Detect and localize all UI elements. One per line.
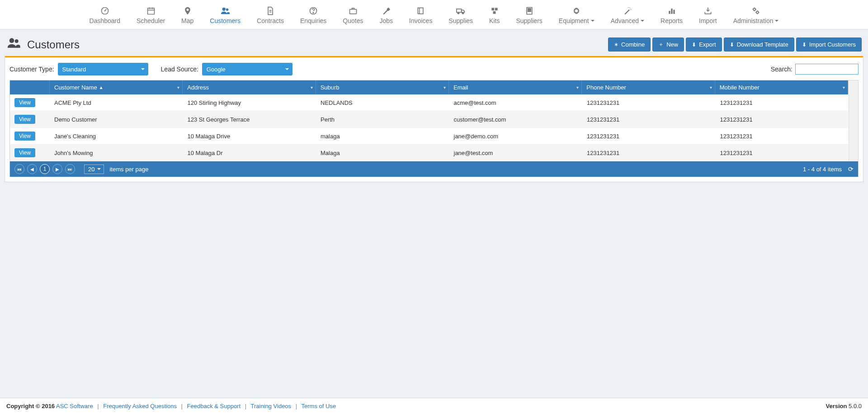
nav-customers[interactable]: Customers (202, 3, 249, 29)
scrollbar-cell[interactable] (849, 94, 858, 111)
nav-kits[interactable]: Kits (481, 3, 508, 29)
svg-point-6 (222, 8, 226, 11)
download-icon: ⬇ (692, 42, 696, 48)
pager-prev-button[interactable]: ◀ (27, 164, 37, 174)
pager-next-button[interactable]: ▶ (52, 164, 62, 174)
svg-rect-28 (669, 11, 670, 14)
new-button[interactable]: ＋New (652, 38, 684, 52)
export-button[interactable]: ⬇Export (686, 38, 722, 52)
nav-label: Enquiries (300, 17, 326, 24)
svg-rect-22 (529, 9, 531, 10)
svg-point-34 (15, 39, 19, 43)
col-action[interactable] (10, 80, 50, 94)
column-menu-icon[interactable]: ▾ (710, 85, 712, 90)
import-customers-button[interactable]: ⬇Import Customers (796, 38, 862, 52)
svg-point-15 (458, 12, 459, 14)
action-buttons: ✶Combine ＋New ⬇Export ⬇Download Template… (608, 38, 862, 52)
svg-point-32 (756, 11, 759, 14)
nav-supplies[interactable]: Supplies (440, 3, 481, 29)
svg-point-33 (9, 38, 14, 43)
nav-label: Quotes (343, 17, 363, 24)
col-label: Email (453, 84, 468, 91)
nav-dashboard[interactable]: Dashboard (81, 3, 129, 29)
dashboard-icon (100, 5, 109, 16)
nav-jobs[interactable]: Jobs (371, 3, 401, 29)
svg-rect-17 (491, 8, 494, 10)
cell-address: 123 St Georges Terrace (183, 111, 316, 128)
nav-label: Customers (210, 17, 241, 24)
search-input[interactable] (795, 64, 859, 75)
nav-contracts[interactable]: Contracts (249, 3, 292, 29)
view-button[interactable]: View (14, 115, 35, 124)
page-size-dropdown[interactable]: 20 (84, 165, 104, 174)
svg-rect-18 (495, 8, 498, 10)
btn-label: Export (699, 41, 716, 48)
nav-advanced[interactable]: Advanced (603, 3, 652, 29)
cell-address: 120 Stirling Highway (183, 94, 316, 111)
cell-name: Jane's Cleaning (50, 128, 183, 145)
nav-label: Scheduler (137, 17, 165, 24)
nav-label: Contracts (257, 17, 284, 24)
nav-suppliers[interactable]: Suppliers (508, 3, 550, 29)
cubes-icon (490, 5, 499, 16)
nav-administration[interactable]: Administration (725, 3, 787, 29)
svg-rect-14 (457, 9, 462, 12)
svg-rect-30 (673, 10, 675, 14)
col-header-address[interactable]: Address▾ (183, 80, 316, 94)
scrollbar-cell[interactable] (849, 128, 858, 145)
cell-address: 10 Malaga Drive (183, 128, 316, 145)
nav-label: Jobs (379, 17, 393, 24)
briefcase-icon (349, 5, 358, 16)
svg-point-27 (628, 7, 629, 8)
view-button[interactable]: View (14, 98, 35, 107)
nav-scheduler[interactable]: Scheduler (128, 3, 173, 29)
column-menu-icon[interactable]: ▾ (311, 85, 313, 90)
chevron-down-icon (141, 68, 145, 70)
column-menu-icon[interactable]: ▾ (443, 85, 446, 90)
col-header-name[interactable]: Customer Name▲▾ (50, 80, 183, 94)
nav-label: Suppliers (516, 17, 542, 24)
customer-type-dropdown[interactable]: Standard (58, 63, 148, 75)
cell-suburb: Malaga (316, 145, 449, 161)
column-menu-icon[interactable]: ▾ (576, 85, 579, 90)
download-template-button[interactable]: ⬇Download Template (724, 38, 794, 52)
nav-invoices[interactable]: Invoices (401, 3, 440, 29)
bar-chart-icon (667, 5, 676, 16)
nav-reports[interactable]: Reports (652, 3, 691, 29)
svg-rect-23 (528, 10, 529, 12)
column-menu-icon[interactable]: ▾ (843, 85, 845, 90)
nav-map[interactable]: Map (173, 3, 202, 29)
view-button[interactable]: View (14, 148, 35, 157)
col-header-email[interactable]: Email▾ (449, 80, 582, 94)
combine-button[interactable]: ✶Combine (608, 38, 651, 52)
lead-source-dropdown[interactable]: Google (202, 63, 292, 75)
scrollbar-cell[interactable] (849, 111, 858, 128)
nav-import[interactable]: Import (691, 3, 725, 29)
cell-phone: 1231231231 (582, 128, 716, 145)
customer-type-label: Customer Type: (9, 66, 54, 73)
nav-quotes[interactable]: Quotes (335, 3, 371, 29)
pager-last-button[interactable]: ⏭ (65, 164, 75, 174)
col-header-mobile[interactable]: Mobile Number▾ (715, 80, 848, 94)
page-size-value: 20 (88, 166, 94, 173)
col-header-phone[interactable]: Phone Number▾ (582, 80, 715, 94)
column-menu-icon[interactable]: ▾ (177, 85, 179, 90)
grid-header: Customer Name▲▾ Address▾ Suburb▾ Email▾ … (10, 80, 858, 94)
building-icon (525, 5, 534, 16)
svg-point-25 (629, 8, 630, 9)
refresh-button[interactable]: ⟳ (848, 165, 854, 173)
svg-point-11 (313, 12, 314, 13)
view-button[interactable]: View (14, 132, 35, 141)
filters-row: Customer Type: Standard Lead Source: Goo… (5, 57, 863, 80)
pager-current-page[interactable]: 1 (40, 164, 50, 174)
svg-point-31 (753, 8, 755, 10)
nav-equipment[interactable]: Equipment (551, 3, 603, 29)
chevron-down-icon (591, 20, 594, 22)
nav-enquiries[interactable]: Enquiries (292, 3, 335, 29)
pager-first-button[interactable]: ⏮ (14, 164, 24, 174)
truck-icon (456, 5, 465, 16)
col-header-suburb[interactable]: Suburb▾ (316, 80, 449, 94)
table-row: View John's Mowing 10 Malaga Dr Malaga j… (10, 145, 858, 161)
scrollbar-cell[interactable] (849, 145, 858, 161)
btn-label: New (666, 41, 678, 48)
